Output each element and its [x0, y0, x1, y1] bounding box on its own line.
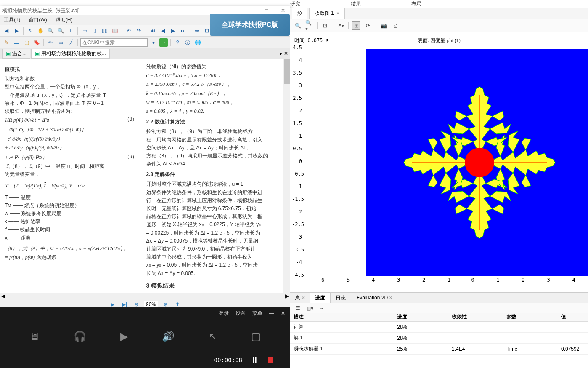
- tab-info[interactable]: 息 ×: [290, 293, 310, 303]
- menu-help[interactable]: 帮助(H): [56, 16, 73, 24]
- menu-tools[interactable]: 工具(T): [4, 16, 20, 24]
- prev-page-icon[interactable]: ◀: [159, 27, 167, 35]
- quality-icon[interactable]: ▢: [251, 331, 261, 342]
- close-button[interactable]: ✕: [278, 8, 288, 13]
- nav-forward-icon[interactable]: ▶: [12, 27, 21, 35]
- refresh-icon[interactable]: ⟳: [364, 21, 372, 30]
- zoom-box-icon[interactable]: 🔍▾: [305, 21, 314, 30]
- menu-window[interactable]: 窗口(W): [29, 16, 47, 24]
- progress-toolbar: ☰ ▥▾ ↔: [290, 303, 588, 313]
- tab-close-icon[interactable]: ×: [336, 11, 339, 16]
- headphones-icon[interactable]: 🎧: [74, 331, 86, 342]
- document-tab-1[interactable]: ▣ 温合...: [2, 49, 30, 59]
- rotate-left-icon[interactable]: ↶: [124, 27, 133, 35]
- scroll-right-icon[interactable]: ▶: [285, 293, 289, 299]
- caj-toolbar-main: ◀ ▶ ↖ ✋ 🔍 🔍 T ▭ ▯ ▯▯ 📖 ↶ ↷ ⏮ ◀ ▶ ⏭ ⇔ ⊡ 🔍…: [0, 25, 290, 37]
- plot-area[interactable]: 时间=0.075 s 表面: 因变量 phi (1) 4.5 4 3.5 3 2…: [290, 32, 588, 292]
- pencil-icon[interactable]: ✏: [46, 38, 55, 47]
- print-icon[interactable]: 🖨: [391, 21, 400, 30]
- tab-progress[interactable]: 进度: [310, 293, 331, 303]
- line-icon[interactable]: ╱: [66, 38, 75, 47]
- tab-evaluation[interactable]: Evaluation 2D ×: [351, 293, 397, 302]
- cursor-icon[interactable]: ↖: [209, 331, 217, 342]
- view-continuous-icon[interactable]: ▯: [90, 27, 99, 35]
- menu-research[interactable]: 研究: [290, 0, 300, 8]
- view-single-icon[interactable]: ▭: [80, 27, 89, 35]
- text-select-icon[interactable]: T: [66, 27, 75, 35]
- search-dropdown-icon[interactable]: ▾: [149, 38, 158, 47]
- tab-log[interactable]: 日志: [331, 293, 351, 303]
- minimize-button[interactable]: —: [244, 8, 254, 13]
- tab-list-icon[interactable]: ▸: [280, 51, 282, 56]
- annotation-icon[interactable]: ✎: [2, 38, 11, 47]
- comsol-panel: 形 收敛图 1 × 🔍 🔍▾ ⊡ ↗▾ ⊞ ⟳ 📷 🖨 时间=0.075 s 表…: [290, 8, 588, 368]
- search-go-icon[interactable]: →: [159, 38, 168, 47]
- bookmark-icon[interactable]: 🔖: [32, 38, 41, 47]
- comsol-plot-toolbar: 🔍 🔍▾ ⊡ ↗▾ ⊞ ⟳ 📷 🖨: [290, 19, 588, 32]
- plot-canvas[interactable]: [303, 45, 580, 278]
- next-page-icon[interactable]: ▶: [169, 27, 177, 35]
- first-page-icon[interactable]: ⏮: [148, 27, 157, 35]
- video-icon[interactable]: ▶: [120, 331, 128, 342]
- zoom-extents-icon[interactable]: ⊡: [321, 21, 329, 30]
- zoom-in-icon[interactable]: 🔍: [46, 27, 55, 35]
- page-right-column: 纯物质镍（Ni）的参数值为: σ = 3.7×10⁻⁵ J/cm²，Tм = 1…: [142, 59, 283, 293]
- snapshot-icon[interactable]: 📷: [379, 21, 388, 30]
- note-icon[interactable]: ▢: [22, 38, 31, 47]
- document-tab-2[interactable]: ▣ 用相场方法模拟纯物质的枝...: [31, 49, 110, 59]
- tab-close-icon[interactable]: ✕: [284, 51, 288, 56]
- hand-pan-icon[interactable]: ✋: [36, 27, 45, 35]
- menu-results[interactable]: 结果: [351, 0, 361, 8]
- screen-recorder-window: 登录 设置 菜单 — ✕ 🖥 🎧 ▶ 🔊 ↖ ▢ 00:00:08 ⏸: [0, 307, 290, 368]
- measure-icon[interactable]: ↗▾: [336, 21, 345, 30]
- scroll-thumb[interactable]: [284, 59, 290, 84]
- table-row[interactable]: 解 1 28%: [290, 333, 588, 344]
- dendrite-visualization: [400, 83, 559, 243]
- plot-tab-shape[interactable]: 形: [292, 8, 307, 19]
- comsol-plot-tabs: 形 收敛图 1 ×: [290, 8, 588, 19]
- monitor-icon[interactable]: 🖥: [29, 331, 40, 342]
- stop-button[interactable]: [268, 357, 273, 363]
- plot-title: 表面: 因变量 phi (1): [418, 37, 461, 44]
- arrow-cursor-icon[interactable]: ↖: [26, 27, 34, 35]
- view-facing-icon[interactable]: ▯▯: [101, 27, 109, 35]
- nav-back-icon[interactable]: ◀: [2, 27, 11, 35]
- menu-layout[interactable]: 布局: [411, 0, 421, 8]
- recorder-minimize-icon[interactable]: —: [269, 310, 274, 316]
- pause-button[interactable]: ⏸: [251, 355, 259, 365]
- scroll-left-icon[interactable]: ◀: [1, 293, 5, 299]
- zoom-tool-icon[interactable]: 🔍: [294, 21, 302, 30]
- search-input[interactable]: [80, 38, 148, 47]
- table-row[interactable]: 计算 28%: [290, 322, 588, 333]
- recording-time: 00:00:08: [214, 357, 242, 363]
- view-book-icon[interactable]: 📖: [111, 27, 119, 35]
- vertical-scrollbar[interactable]: [283, 59, 290, 293]
- last-page-icon[interactable]: ⏭: [179, 27, 187, 35]
- list-view-icon[interactable]: ☰: [294, 304, 302, 312]
- volume-icon[interactable]: 🔊: [162, 331, 175, 342]
- horizontal-scrollbar[interactable]: ◀ ▶: [0, 293, 290, 299]
- grid-icon[interactable]: ⊞: [352, 21, 360, 30]
- zoom-out-icon[interactable]: 🔍: [56, 27, 65, 35]
- globe-icon[interactable]: 🌐: [193, 38, 202, 47]
- recorder-menu-button[interactable]: 菜单: [252, 310, 262, 317]
- fit-width-icon[interactable]: ⇔: [193, 27, 201, 35]
- highlight-icon[interactable]: ▬: [12, 38, 21, 47]
- promo-banner[interactable]: 全球学术快报PC版: [210, 14, 290, 36]
- rect-icon[interactable]: ▭: [56, 38, 65, 47]
- table-view-icon[interactable]: ▥▾: [305, 304, 314, 312]
- table-row[interactable]: 瞬态求解器 1 25% 1.4E4 Time 0.07592: [290, 344, 588, 355]
- recorder-body: 🖥 🎧 ▶ 🔊 ↖ ▢: [0, 320, 290, 353]
- recorder-close-icon[interactable]: ✕: [281, 310, 285, 316]
- recorder-controls: 00:00:08 ⏸: [214, 355, 273, 365]
- rotate-right-icon[interactable]: ↷: [135, 27, 143, 35]
- plot-tab-convergence[interactable]: 收敛图 1 ×: [309, 8, 345, 19]
- caj-titlebar[interactable]: 模拟纯物质的枝晶生长_张玉妥.caj] — □ ✕: [0, 6, 290, 15]
- help-icon[interactable]: ?: [173, 38, 182, 47]
- info-icon[interactable]: ⓘ: [183, 38, 192, 47]
- maximize-button[interactable]: □: [261, 8, 271, 13]
- recorder-login-button[interactable]: 登录: [219, 310, 229, 317]
- recorder-settings-button[interactable]: 设置: [236, 310, 246, 317]
- expand-icon[interactable]: ↔: [317, 304, 326, 312]
- caj-toolbar-secondary: ✎ ▬ ▢ 🔖 ✏ ▭ ╱ ▾ → ? ⓘ 🌐: [0, 37, 290, 48]
